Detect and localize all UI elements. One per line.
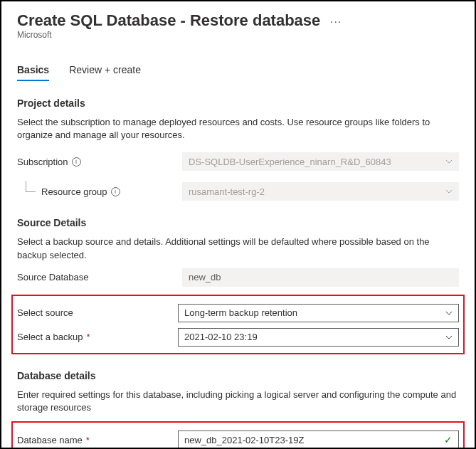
section-database-details: Database details [17,370,459,381]
tree-connector-icon [26,181,36,192]
section-project-details: Project details [17,97,459,109]
select-source-value: Long-term backup retention [184,307,445,318]
subscription-select[interactable]: DS-SQLDB-UserExperience_ninarn_R&D_60843 [182,152,459,171]
subscription-label-text: Subscription [17,157,68,167]
database-name-value: new_db_2021-02-10T23-19Z [184,435,444,445]
chevron-down-icon [445,310,453,317]
project-description: Select the subscription to manage deploy… [17,116,459,142]
database-name-label: Database name * [17,435,178,445]
select-source-label: Select source [17,307,178,318]
check-icon: ✓ [444,434,453,445]
more-icon[interactable]: ··· [330,11,342,28]
tab-review-create[interactable]: Review + create [69,64,141,81]
chevron-down-icon [445,188,453,195]
select-backup-dropdown[interactable]: 2021-02-10 23:19 [178,328,459,347]
subscription-label: Subscription i [17,157,182,167]
tab-basics[interactable]: Basics [17,64,49,81]
tabs: Basics Review + create [17,64,459,82]
section-source-details: Source Details [17,217,459,228]
database-name-label-text: Database name [17,435,83,445]
resource-group-value: rusamant-test-rg-2 [189,186,445,197]
select-source-label-text: Select source [17,307,73,318]
resource-group-label: Resource group i [17,186,182,197]
select-backup-value: 2021-02-10 23:19 [184,332,445,342]
select-backup-label: Select a backup * [17,332,178,342]
database-name-input[interactable]: new_db_2021-02-10T23-19Z ✓ [178,430,459,449]
required-indicator: * [86,435,90,445]
select-backup-label-text: Select a backup [17,332,83,342]
highlight-source-selection: Select source Long-term backup retention… [11,295,465,354]
source-database-value: new_db [189,272,453,282]
required-indicator: * [87,332,90,342]
database-description: Enter required settings for this databas… [17,389,459,414]
info-icon[interactable]: i [72,157,81,167]
highlight-database-name: Database name * new_db_2021-02-10T23-19Z… [11,421,465,449]
page-subtitle: Microsoft [17,30,459,40]
source-database-field: new_db [182,268,459,287]
chevron-down-icon [445,158,453,165]
resource-group-select[interactable]: rusamant-test-rg-2 [182,182,459,201]
subscription-value: DS-SQLDB-UserExperience_ninarn_R&D_60843 [189,157,445,167]
info-icon[interactable]: i [111,187,120,196]
chevron-down-icon [445,334,453,341]
source-description: Select a backup source and details. Addi… [17,236,459,261]
select-source-dropdown[interactable]: Long-term backup retention [178,304,459,322]
source-database-label: Source Database [17,272,182,282]
page-title: Create SQL Database - Restore database [17,11,320,29]
resource-group-label-text: Resource group [41,186,107,197]
source-database-label-text: Source Database [17,272,88,282]
